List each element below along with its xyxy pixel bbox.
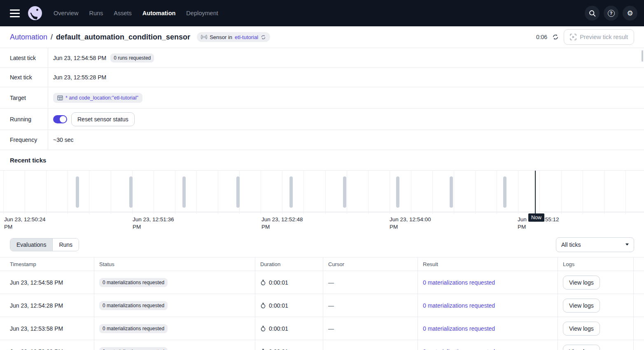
timeline-gridline <box>583 171 583 214</box>
axis-label-line2: PM <box>4 223 46 231</box>
help-button[interactable]: ? <box>604 6 618 21</box>
tick-mark[interactable] <box>503 176 506 208</box>
sensor-details: Latest tick Jun 23, 12:54:58 PM 0 runs r… <box>0 48 644 150</box>
tick-mark[interactable] <box>289 176 293 208</box>
reload-location-icon[interactable] <box>261 35 266 40</box>
tick-status-filter[interactable]: All ticks <box>556 237 634 252</box>
nav-item-deployment[interactable]: Deployment <box>186 10 218 16</box>
running-toggle[interactable] <box>53 115 67 123</box>
axis-label-line2: PM <box>390 223 431 231</box>
table-row: Jun 23, 12:54:58 PM0 materializations re… <box>0 271 644 294</box>
duration-value: 0:00:01 <box>269 325 288 332</box>
axis-label-line1: Jun 23, 12:50:24 <box>4 216 46 223</box>
timeline-gridline <box>175 171 175 214</box>
nav-item-runs[interactable]: Runs <box>89 10 103 16</box>
timeline-gridline <box>325 171 326 214</box>
target-label: Target <box>0 87 48 108</box>
cell-cursor: — <box>323 271 418 294</box>
tab-evaluations[interactable]: Evaluations <box>10 239 53 251</box>
timeline-gridline <box>411 171 411 214</box>
cell-duration: 0:00:01 <box>255 271 323 294</box>
cell-logs: View logs <box>558 271 634 294</box>
cell-status: 0 materializations requested <box>94 294 255 317</box>
cell-gutter <box>634 340 644 350</box>
dagster-logo-icon[interactable] <box>27 5 43 21</box>
tick-mark[interactable] <box>236 176 240 208</box>
status-badge: 0 materializations requested <box>99 347 168 350</box>
view-logs-button[interactable]: View logs <box>563 345 600 350</box>
settings-button[interactable]: ⚙ <box>623 6 637 21</box>
tick-mark[interactable] <box>129 176 133 208</box>
view-tabs: EvaluationsRuns <box>10 238 79 251</box>
evaluations-table: TimestampStatusDurationCursorResultLogs … <box>0 257 644 350</box>
running-label: Running <box>0 109 48 130</box>
table-body: Jun 23, 12:54:58 PM0 materializations re… <box>0 271 644 350</box>
axis-label-line2: PM <box>261 223 303 231</box>
tick-mark[interactable] <box>396 176 399 208</box>
nav-item-overview[interactable]: Overview <box>54 10 78 16</box>
cell-gutter <box>634 317 644 340</box>
timeline-gridline <box>604 171 604 214</box>
stopwatch-icon <box>260 280 266 285</box>
tick-mark[interactable] <box>76 176 79 208</box>
timeline-gridline <box>261 171 261 214</box>
reset-sensor-status-button[interactable]: Reset sensor status <box>71 112 135 126</box>
search-button[interactable] <box>585 6 600 21</box>
breadcrumb-automation-link[interactable]: Automation <box>10 33 47 42</box>
result-link[interactable]: 0 materializations requested <box>423 302 495 309</box>
timeline-gridline <box>475 171 476 214</box>
result-link[interactable]: 0 materializations requested <box>423 279 495 286</box>
status-badge: 0 materializations requested <box>99 324 168 333</box>
tick-mark[interactable] <box>182 176 186 208</box>
cell-cursor: — <box>323 317 418 340</box>
recent-ticks-timeline[interactable]: Jun 23, 12:50:24PMJun 23, 12:51:36PMJun … <box>0 170 644 232</box>
nav-links: OverviewRunsAssetsAutomationDeployment <box>54 10 218 16</box>
result-link[interactable]: 0 materializations requested <box>423 325 495 332</box>
refresh-icon[interactable] <box>552 34 559 40</box>
view-logs-button[interactable]: View logs <box>563 299 600 313</box>
nav-item-assets[interactable]: Assets <box>114 10 132 16</box>
table-row: Jun 23, 12:53:58 PM0 materializations re… <box>0 317 644 340</box>
preview-tick-result-button[interactable]: Preview tick result <box>564 29 634 45</box>
cursor-value: — <box>328 279 334 286</box>
timeline-gridline <box>347 171 347 214</box>
result-link[interactable]: 0 materializations requested <box>423 348 495 350</box>
cursor-value: — <box>328 302 334 309</box>
timeline-gridline <box>3 171 4 214</box>
view-logs-button[interactable]: View logs <box>563 276 600 290</box>
column-header-timestamp: Timestamp <box>0 257 94 271</box>
timeline-gridline <box>282 171 282 214</box>
top-nav: OverviewRunsAssetsAutomationDeployment ?… <box>0 0 644 26</box>
tick-mark[interactable] <box>450 176 453 208</box>
cell-timestamp: Jun 23, 12:53:58 PM <box>0 317 94 340</box>
cell-result: 0 materializations requested <box>418 317 558 340</box>
cell-timestamp: Jun 23, 12:54:58 PM <box>0 271 94 294</box>
cell-gutter <box>634 271 644 294</box>
view-logs-button[interactable]: View logs <box>563 322 600 336</box>
axis-label-line1: Jun 23, 12:52:48 <box>261 216 303 223</box>
cell-logs: View logs <box>558 317 634 340</box>
cell-result: 0 materializations requested <box>418 294 558 317</box>
scrollbar-thumb[interactable] <box>642 50 643 62</box>
nav-item-automation[interactable]: Automation <box>142 10 176 16</box>
tick-mark[interactable] <box>343 176 346 208</box>
latest-tick-time: Jun 23, 12:54:58 PM <box>53 55 106 61</box>
timeline-gridline <box>111 171 111 214</box>
next-tick-time: Jun 23, 12:55:28 PM <box>53 74 106 81</box>
timeline-gridline <box>154 171 154 214</box>
tab-runs[interactable]: Runs <box>53 239 79 251</box>
refresh-countdown: 0:06 <box>536 34 547 40</box>
cursor-value: — <box>328 348 334 350</box>
asset-table-icon <box>57 95 63 101</box>
timeline-gridline <box>303 171 304 214</box>
axis-label-line2: PM <box>133 223 174 231</box>
sensor-icon <box>201 35 207 39</box>
timeline-gridline <box>196 171 197 214</box>
axis-label-line1: Jun 23, 12:51:36 <box>133 216 174 223</box>
cell-status: 0 materializations requested <box>94 271 255 294</box>
timeline-gridline <box>218 171 218 214</box>
timeline-gridline <box>625 171 626 214</box>
code-location-link[interactable]: etl-tutorial <box>235 34 258 40</box>
menu-icon[interactable] <box>10 7 21 19</box>
asset-selection-pill[interactable]: * and code_location:"etl-tutorial" <box>53 93 142 103</box>
